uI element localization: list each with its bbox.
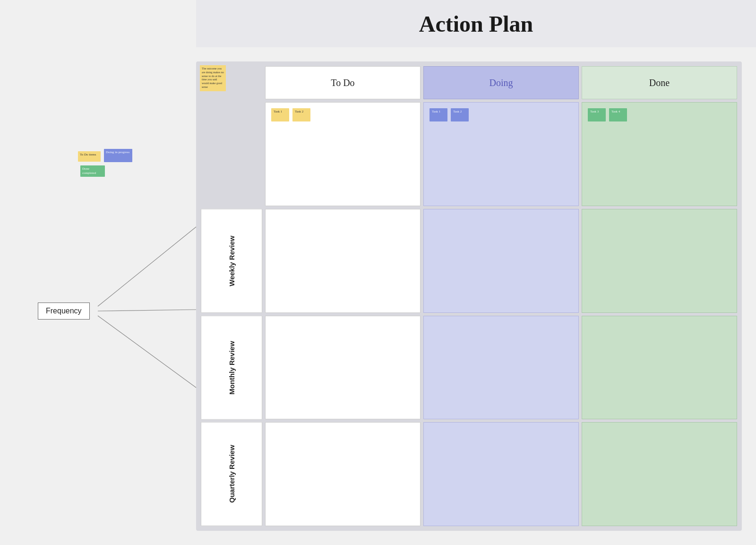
title-area: Action Plan bbox=[196, 0, 756, 47]
cell-todo-quarterly[interactable] bbox=[265, 422, 421, 526]
cell-done-row1[interactable]: Task 3 Task 4 bbox=[582, 102, 737, 206]
col-header-doing: Doing bbox=[423, 66, 579, 99]
float-sticky-done[interactable]: Done completed bbox=[80, 165, 105, 177]
row-label-quarterly: Quarterly Review bbox=[201, 422, 262, 526]
cell-todo-monthly[interactable] bbox=[265, 316, 421, 420]
cell-done-monthly[interactable] bbox=[582, 316, 737, 420]
row-label-weekly: Weekly Review bbox=[201, 209, 262, 313]
svg-line-1 bbox=[98, 310, 196, 311]
cell-doing-row1[interactable]: Task 1 Task 2 bbox=[423, 102, 579, 206]
float-sticky-doing[interactable]: Doing in progress bbox=[104, 149, 132, 162]
float-sticky-todo[interactable]: To Do items bbox=[78, 151, 101, 162]
sticky-doing-1[interactable]: Task 1 bbox=[430, 108, 447, 121]
col-header-todo: To Do bbox=[265, 66, 421, 99]
doing-stickies-row1: Task 1 Task 2 bbox=[427, 105, 576, 124]
cell-done-quarterly[interactable] bbox=[582, 422, 737, 526]
row-label-monthly: Monthly Review bbox=[201, 316, 262, 420]
svg-line-2 bbox=[98, 316, 196, 388]
cell-doing-monthly[interactable] bbox=[423, 316, 579, 420]
cell-done-weekly[interactable] bbox=[582, 209, 737, 313]
sticky-done-2[interactable]: Task 4 bbox=[609, 108, 627, 121]
sticky-doing-2[interactable]: Task 2 bbox=[451, 108, 469, 121]
action-plan-grid: To Do Doing Done Task 1 Task 2 Task 1 Ta… bbox=[201, 66, 737, 526]
svg-line-0 bbox=[98, 227, 196, 306]
cell-todo-weekly[interactable] bbox=[265, 209, 421, 313]
col-header-done: Done bbox=[582, 66, 737, 99]
row-label-1 bbox=[201, 102, 262, 206]
sticky-done-1[interactable]: Task 3 bbox=[588, 108, 606, 121]
header-sticky-note[interactable]: The outcome you are doing makes no sense… bbox=[200, 65, 226, 91]
sticky-todo-1[interactable]: Task 1 bbox=[271, 108, 289, 121]
cell-doing-weekly[interactable] bbox=[423, 209, 579, 313]
todo-stickies-row1: Task 1 Task 2 bbox=[268, 105, 417, 124]
frequency-box: Frequency bbox=[38, 303, 90, 320]
done-stickies-row1: Task 3 Task 4 bbox=[585, 105, 734, 124]
cell-todo-row1[interactable]: Task 1 Task 2 bbox=[265, 102, 421, 206]
sticky-todo-2[interactable]: Task 2 bbox=[292, 108, 310, 121]
main-board: The outcome you are doing makes no sense… bbox=[196, 61, 742, 531]
cell-doing-quarterly[interactable] bbox=[423, 422, 579, 526]
page-title: Action Plan bbox=[419, 11, 533, 37]
